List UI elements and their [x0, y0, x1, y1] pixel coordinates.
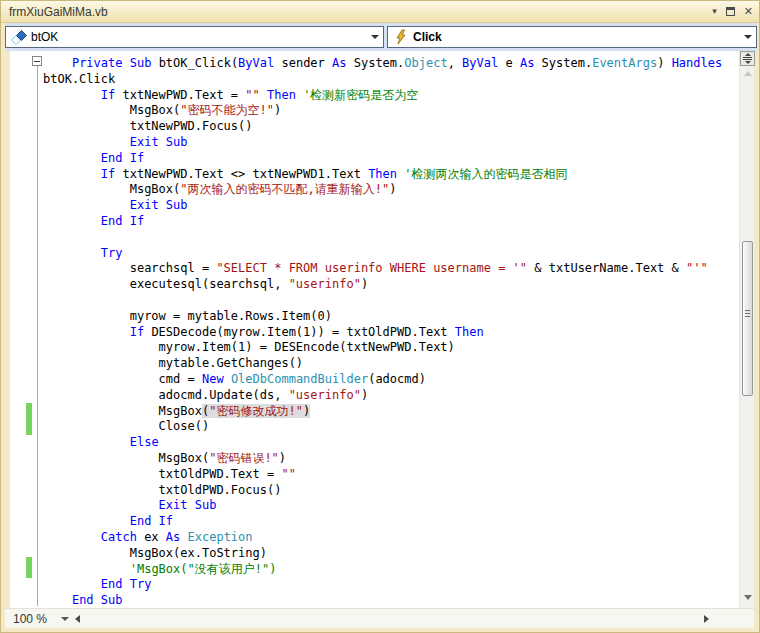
close-icon[interactable]: ✕: [744, 6, 753, 17]
maximize-icon[interactable]: [726, 7, 735, 16]
code-line: Else: [43, 435, 722, 451]
window-position-menu-icon[interactable]: ▾: [712, 7, 717, 16]
code-editor[interactable]: Private Sub btOK_Click(ByVal sender As S…: [10, 51, 739, 608]
vertical-scrollbar[interactable]: [739, 51, 754, 608]
event-dropdown[interactable]: Click: [387, 26, 757, 48]
code-line: MsgBox("密码不能为空!"): [43, 103, 722, 119]
minus-icon: [34, 61, 40, 62]
split-up-icon: [745, 53, 751, 56]
zoom-level-dropdown[interactable]: 100 %: [9, 609, 69, 629]
code-line: txtNewPWD.Focus(): [43, 119, 722, 135]
code-line: MsgBox("密码错误!"): [43, 451, 722, 467]
code-line: If txtNewPWD.Text = "" Then '检测新密码是否为空: [43, 88, 722, 104]
code-line: myrow.Item(1) = DESEncode(txtNewPWD.Text…: [43, 340, 722, 356]
code-line: adocmd.Update(ds, "userinfo"): [43, 388, 722, 404]
object-dropdown[interactable]: btOK: [5, 26, 384, 48]
code-line: If DESDecode(myrow.Item(1)) = txtOldPWD.…: [43, 325, 722, 341]
code-line: Exit Sub: [43, 198, 722, 214]
code-line: MsgBox("密码修改成功!"): [43, 404, 722, 420]
triangle-down-icon: [744, 595, 752, 600]
code-line: If txtNewPWD.Text <> txtNewPWD1.Text The…: [43, 167, 722, 183]
triangle-up-icon: [744, 71, 752, 76]
event-dropdown-value: Click: [413, 30, 442, 44]
code-line: myrow = mytable.Rows.Item(0): [43, 309, 722, 325]
chevron-down-icon: [367, 35, 383, 39]
zoom-level-value: 100 %: [13, 612, 47, 626]
outline-guide-line: [37, 66, 38, 606]
scroll-up-button[interactable]: [740, 71, 755, 76]
split-line-icon: [743, 57, 752, 58]
code-line: MsgBox("两次输入的密码不匹配,请重新输入!"): [43, 182, 722, 198]
code-line: Private Sub btOK_Click(ByVal sender As S…: [43, 56, 722, 72]
code-line: Exit Sub: [43, 135, 722, 151]
code-line: End Sub: [43, 593, 722, 608]
event-lightning-icon: [393, 29, 409, 45]
navigation-bar: btOK Click: [5, 23, 757, 51]
scroll-right-button[interactable]: [704, 615, 709, 623]
title-bar: frmXiuGaiMiMa.vb ▾ ✕: [1, 1, 759, 23]
code-line: txtOldPWD.Focus(): [43, 483, 722, 499]
code-line: Catch ex As Exception: [43, 530, 722, 546]
code-line: End If: [43, 214, 722, 230]
scroll-left-button[interactable]: [75, 615, 80, 623]
vertical-scrollbar-thumb[interactable]: [742, 241, 753, 396]
code-line: 'MsgBox("没有该用户!"): [43, 562, 722, 578]
change-tracking-bar: [26, 403, 32, 435]
code-lines: Private Sub btOK_Click(ByVal sender As S…: [43, 56, 722, 608]
code-line: Try: [43, 246, 722, 262]
window-title: frmXiuGaiMiMa.vb: [9, 5, 108, 19]
code-line: txtOldPWD.Text = "": [43, 467, 722, 483]
code-line: Close(): [43, 419, 722, 435]
document-window: frmXiuGaiMiMa.vb ▾ ✕ btOK Click: [0, 0, 760, 633]
splitter-handle[interactable]: [740, 51, 755, 66]
chevron-down-icon: [740, 35, 756, 39]
code-line: MsgBox(ex.ToString): [43, 546, 722, 562]
code-line: End If: [43, 151, 722, 167]
chevron-down-icon: [61, 617, 69, 621]
code-line: End If: [43, 514, 722, 530]
editor-bottom-bar: 100 %: [5, 608, 754, 628]
object-dropdown-value: btOK: [31, 30, 58, 44]
code-line: mytable.GetChanges(): [43, 356, 722, 372]
code-line: cmd = New OleDbCommandBuilder(adocmd): [43, 372, 722, 388]
window-controls: ▾ ✕: [712, 6, 753, 17]
scroll-down-button[interactable]: [740, 595, 755, 600]
split-line-icon: [743, 59, 752, 60]
split-down-icon: [745, 61, 751, 64]
vb-member-icon: [11, 29, 27, 45]
outline-collapse-button[interactable]: [32, 56, 42, 66]
code-line: Exit Sub: [43, 498, 722, 514]
thumb-grip-icon: [745, 310, 750, 318]
code-line: executesql(searchsql, "userinfo"): [43, 277, 722, 293]
change-tracking-bar: [26, 557, 32, 578]
code-line: [43, 230, 722, 246]
code-line: End Try: [43, 577, 722, 593]
code-line: [43, 293, 722, 309]
code-line: btOK.Click: [43, 72, 722, 88]
code-line: searchsql = "SELECT * FROM userinfo WHER…: [43, 261, 722, 277]
